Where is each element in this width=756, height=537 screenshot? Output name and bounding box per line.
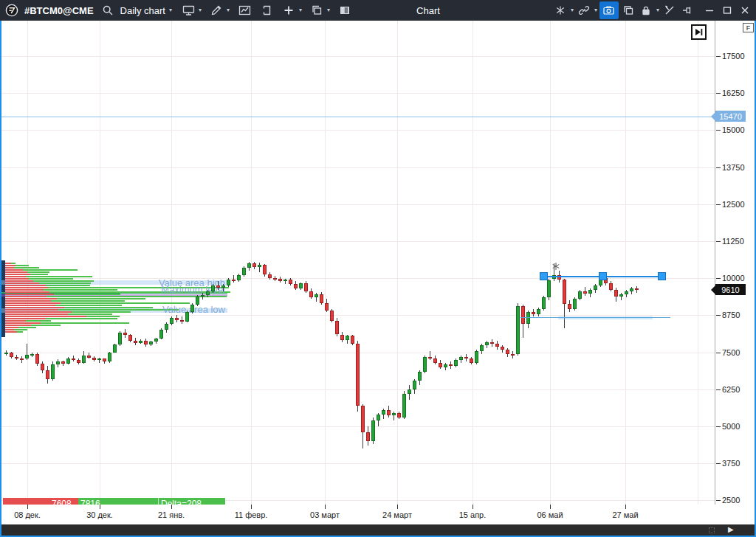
- price-tick-label: 11250: [722, 237, 744, 246]
- v-gridline: [550, 21, 551, 505]
- profile-bar-buy: [47, 296, 227, 297]
- candle-body: [516, 306, 520, 354]
- line-handle[interactable]: [540, 272, 548, 280]
- time-tick: [171, 505, 172, 509]
- titlebar: #BTCM0@CME Daily chart ▾ ▾ ▾ ▾: [0, 0, 756, 21]
- bottom-strip: [1, 524, 755, 536]
- line-handle[interactable]: [599, 272, 607, 280]
- profile-bar-sell: [5, 285, 46, 286]
- h-gridline: [1, 167, 715, 168]
- maximum-level-label: Maximum level: [161, 284, 225, 295]
- chevron-down-icon[interactable]: ▾: [298, 1, 303, 19]
- profile-bar-buy: [41, 322, 129, 324]
- chevron-down-icon[interactable]: ▾: [570, 1, 574, 19]
- chevron-down-icon[interactable]: ▾: [656, 1, 660, 19]
- price-tick-label: 16250: [722, 89, 745, 97]
- candle-body: [4, 353, 8, 354]
- profile-bar-buy: [58, 309, 179, 311]
- chevron-down-icon[interactable]: ▾: [226, 1, 230, 19]
- cursor-marker-icon: [552, 260, 560, 267]
- candle-body: [10, 353, 13, 356]
- fullscreen-button[interactable]: F: [743, 23, 754, 32]
- candle-body: [15, 357, 18, 358]
- plus-icon[interactable]: [281, 1, 297, 19]
- crosshair-sync-icon[interactable]: [552, 1, 568, 19]
- candle-body: [180, 320, 184, 322]
- link-icon[interactable]: [576, 1, 592, 19]
- profile-bar-buy: [44, 289, 117, 291]
- candle-wick: [430, 351, 430, 360]
- price-tick: [716, 500, 721, 501]
- profile-bar-buy: [55, 305, 122, 306]
- candle-body: [41, 364, 44, 371]
- candle-body: [614, 290, 618, 297]
- line-handle[interactable]: [658, 272, 666, 280]
- candle-body: [444, 364, 447, 367]
- candle-body: [625, 291, 628, 294]
- resize-grip-icon[interactable]: [709, 527, 715, 533]
- candle-body: [325, 303, 329, 311]
- price-axis[interactable]: 1750016250150001375012500112501000087507…: [715, 21, 755, 505]
- profile-bar-buy: [27, 271, 49, 273]
- time-axis[interactable]: 08 дек.30 дек.21 янв.11 февр.03 март24 м…: [1, 505, 755, 524]
- close-icon[interactable]: [737, 1, 753, 19]
- chevron-down-icon[interactable]: ▾: [168, 1, 173, 19]
- profile-bar-buy: [46, 318, 117, 319]
- price-tick: [716, 130, 721, 131]
- play-icon[interactable]: ▶: [728, 525, 734, 533]
- step-forward-button[interactable]: [691, 24, 707, 40]
- time-tick: [397, 505, 398, 509]
- chevron-down-icon[interactable]: ▾: [198, 1, 202, 19]
- candle-body: [77, 360, 80, 363]
- candle-body: [588, 290, 592, 294]
- candle-body: [402, 394, 406, 418]
- pin-icon[interactable]: [679, 1, 695, 19]
- price-tick: [716, 315, 721, 316]
- candle-body: [242, 268, 246, 275]
- candle-body: [351, 336, 354, 343]
- cascade-icon[interactable]: [620, 1, 636, 19]
- candle-body: [490, 342, 494, 344]
- chevron-down-icon[interactable]: ▾: [594, 1, 598, 19]
- hline-15470[interactable]: [1, 117, 715, 117]
- candle-body: [108, 353, 111, 362]
- candle-body: [118, 333, 122, 344]
- monitor-icon[interactable]: [180, 1, 196, 19]
- candle-body: [304, 283, 308, 291]
- cluster-icon[interactable]: [258, 1, 275, 19]
- time-tick: [325, 505, 326, 509]
- candle-body: [382, 410, 385, 415]
- profile-bar-buy: [57, 298, 145, 299]
- candle-body: [237, 275, 241, 280]
- candle-body: [82, 356, 86, 363]
- layers-icon[interactable]: [309, 1, 325, 19]
- candle-body: [433, 358, 437, 363]
- support-line[interactable]: [520, 317, 670, 318]
- minimize-icon[interactable]: [701, 1, 718, 19]
- candle-body: [165, 324, 168, 330]
- candle-body: [211, 285, 215, 291]
- lock-icon[interactable]: [638, 1, 654, 19]
- chevron-down-icon[interactable]: ▾: [326, 1, 331, 19]
- panel-icon[interactable]: [337, 1, 353, 19]
- time-tick: [251, 505, 252, 509]
- chart-type-icon[interactable]: [236, 1, 252, 19]
- pencil-icon[interactable]: [208, 1, 224, 19]
- camera-icon[interactable]: [599, 1, 619, 19]
- candle-body: [273, 278, 277, 280]
- tools-icon[interactable]: [662, 1, 678, 19]
- candle-body: [92, 358, 96, 360]
- candle-body: [103, 358, 106, 361]
- h-gridline: [1, 130, 715, 131]
- period-selector[interactable]: Daily chart: [120, 5, 165, 16]
- chart-canvas[interactable]: Value area highMaximum levelValue area l…: [1, 21, 715, 505]
- profile-bar-sell: [5, 289, 44, 291]
- profile-bar-buy: [30, 274, 48, 275]
- price-tick-label: 10000: [722, 274, 745, 283]
- candle-body: [521, 306, 525, 324]
- search-icon[interactable]: [100, 1, 116, 19]
- candle-body: [128, 335, 132, 340]
- price-tick-label: 5000: [722, 422, 740, 431]
- maximize-icon[interactable]: [719, 1, 735, 19]
- candle-body: [46, 370, 49, 378]
